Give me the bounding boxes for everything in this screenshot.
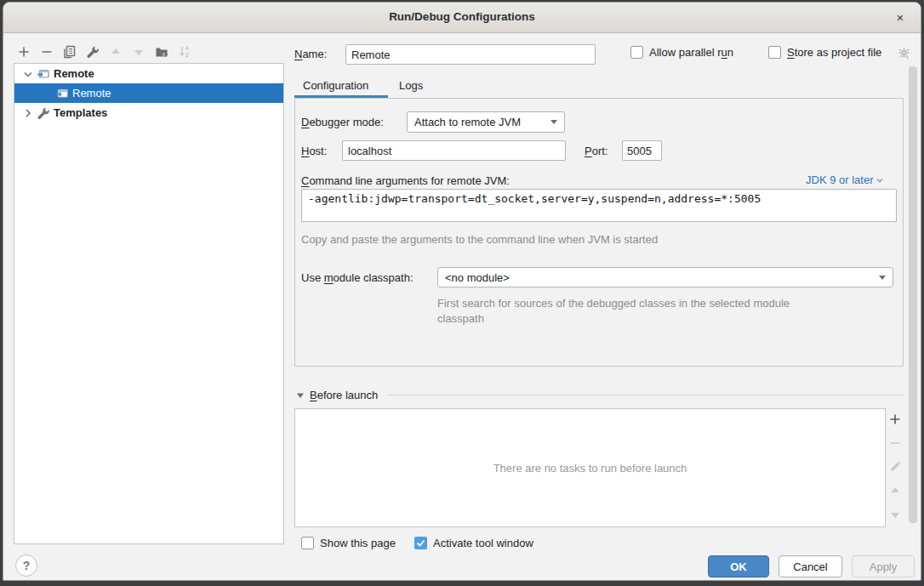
checkbox-unchecked-icon[interactable] (301, 537, 314, 549)
checkbox-checked-icon[interactable] (414, 537, 427, 549)
help-button[interactable]: ? (15, 555, 37, 577)
jvm-arguments-field[interactable]: -agentlib:jdwp=transport=dt_socket,serve… (301, 189, 897, 222)
port-input[interactable] (622, 140, 662, 161)
allow-parallel-run-label: Allow parallel run (649, 46, 733, 59)
port-label: Port: (585, 145, 607, 157)
command-line-args-label: Command line arguments for remote JVM: (301, 174, 510, 187)
host-label: Host: (301, 145, 327, 157)
sort-alpha-icon (178, 45, 191, 59)
remote-config-icon (55, 87, 69, 100)
ok-button[interactable]: OK (708, 555, 769, 577)
before-launch-label[interactable]: Before launch (310, 389, 378, 401)
remove-icon[interactable] (40, 45, 54, 59)
edit-task-icon (889, 461, 903, 475)
store-as-project-file-label: Store as project file (787, 46, 881, 59)
before-launch-tasks-list[interactable]: There are no tasks to run before launch (294, 408, 886, 527)
new-folder-icon[interactable] (155, 45, 168, 59)
jdk-version-link[interactable]: JDK 9 or later (806, 174, 883, 186)
use-module-classpath-label: Use module classpath: (301, 271, 414, 284)
task-up-icon (889, 485, 903, 498)
debugger-mode-select[interactable]: Attach to remote JVM (407, 111, 565, 133)
dialog-button-bar: ? OK Cancel Apply (3, 550, 921, 581)
section-divider (388, 395, 904, 395)
args-hint-text: Copy and paste the arguments to the comm… (301, 233, 658, 246)
tree-item-remote-selected[interactable]: Remote (14, 83, 283, 103)
store-as-project-file-checkbox[interactable]: Store as project file (768, 46, 881, 59)
edit-templates-icon[interactable] (86, 45, 100, 59)
run-debug-configurations-dialog: Run/Debug Configurations × (3, 2, 921, 581)
apply-button: Apply (852, 555, 915, 577)
module-classpath-select[interactable]: <no module> (437, 267, 893, 287)
add-task-icon[interactable] (889, 413, 903, 427)
task-down-icon (889, 509, 903, 522)
remote-config-icon (37, 67, 50, 81)
dialog-title: Run/Debug Configurations (3, 10, 921, 23)
tree-item-templates[interactable]: Templates (14, 103, 283, 122)
name-label: Name: (294, 48, 327, 60)
chevron-down-icon (876, 177, 883, 184)
show-this-page-label: Show this page (320, 537, 396, 549)
vertical-scrollbar[interactable] (909, 37, 917, 547)
activate-tool-window-label: Activate tool window (433, 537, 533, 549)
debugger-mode-label: Debugger mode: (301, 116, 384, 128)
checkbox-unchecked-icon[interactable] (768, 46, 781, 59)
host-input[interactable] (342, 140, 566, 161)
chevron-down-icon[interactable] (21, 67, 35, 81)
templates-wrench-icon (37, 106, 50, 120)
tab-configuration[interactable]: Configuration (303, 79, 368, 92)
debugger-mode-value: Attach to remote JVM (414, 116, 521, 128)
tree-item-label: Templates (54, 106, 107, 119)
module-classpath-value: <no module> (445, 271, 510, 284)
configurations-toolbar (17, 43, 191, 60)
move-up-icon (109, 45, 123, 59)
chevron-down-icon (550, 120, 557, 124)
module-classpath-hint: First search for sources of the debugged… (437, 296, 817, 327)
chevron-right-icon[interactable] (21, 106, 35, 120)
name-input[interactable] (345, 44, 596, 65)
collapse-triangle-icon[interactable] (296, 391, 305, 400)
tree-item-remote-group[interactable]: Remote (14, 64, 283, 83)
close-icon[interactable]: × (892, 9, 909, 26)
allow-parallel-run-checkbox[interactable]: Allow parallel run (630, 46, 733, 59)
tree-item-label: Remote (54, 67, 94, 80)
add-icon[interactable] (17, 45, 31, 59)
move-down-icon (132, 45, 145, 59)
copy-icon[interactable] (63, 45, 77, 59)
empty-tasks-text: There are no tasks to run before launch (493, 462, 687, 475)
activate-tool-window-checkbox[interactable]: Activate tool window (414, 537, 533, 549)
tasks-toolbar (889, 413, 903, 522)
tab-logs[interactable]: Logs (399, 79, 423, 92)
configurations-tree: Remote Remote Templates (14, 63, 284, 544)
cancel-button[interactable]: Cancel (779, 555, 842, 577)
show-this-page-checkbox[interactable]: Show this page (301, 537, 396, 549)
title-bar: Run/Debug Configurations × (3, 3, 921, 33)
checkbox-unchecked-icon[interactable] (630, 46, 643, 59)
chevron-down-icon (879, 276, 886, 280)
remove-task-icon (889, 437, 903, 451)
scrollbar-thumb[interactable] (909, 66, 917, 523)
tree-item-label: Remote (72, 87, 111, 100)
